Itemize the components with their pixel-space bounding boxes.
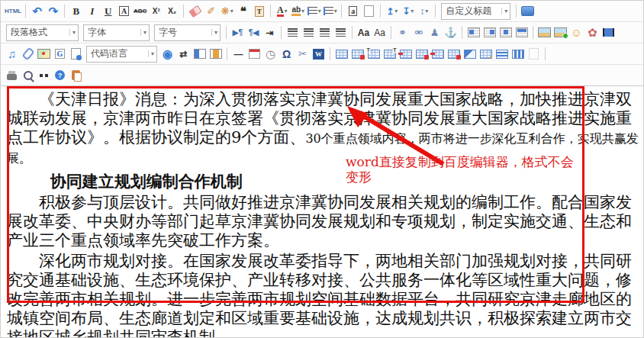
image-block-icon[interactable]	[514, 24, 530, 41]
time-icon[interactable]: ◷	[262, 46, 279, 63]
toolbar-separator	[352, 26, 353, 39]
image-center-icon[interactable]	[497, 24, 514, 41]
delete-table-icon[interactable]	[349, 46, 365, 63]
insert-row-icon[interactable]	[398, 46, 414, 63]
align-center-button	[304, 28, 314, 37]
person-icon[interactable]: ♟	[427, 24, 443, 41]
table-title-col-icon[interactable]	[382, 46, 398, 63]
subscript-button[interactable]: X₂	[164, 3, 180, 20]
gmap-icon[interactable]: G	[52, 46, 68, 63]
font-size-select[interactable]: 字号▾	[154, 24, 221, 41]
highlight-color-button[interactable]: ab▾	[290, 3, 306, 20]
image-float-left-icon[interactable]	[465, 24, 481, 41]
insert-table-icon[interactable]	[333, 46, 349, 63]
editor-content[interactable]: 《天津日报》消息：为深入贯彻落实京津冀协同发展重大国家战略，加快推进京津双城联动…	[1, 86, 643, 338]
code-language-select[interactable]: 代码语言▾	[86, 46, 157, 63]
table-title-row-icon[interactable]	[365, 46, 382, 63]
lowercase-a-button[interactable]: a	[345, 3, 361, 20]
split-cells-icon[interactable]	[478, 46, 494, 63]
toolbar-separator	[380, 5, 381, 18]
spacing-top-button[interactable]: ↥▾	[384, 3, 400, 20]
delete-col-icon[interactable]	[446, 46, 462, 63]
custom-title-select[interactable]: 自定义标题▾	[441, 3, 510, 20]
unlink-icon[interactable]: ⚮	[411, 24, 427, 41]
indent-ltr-icon[interactable]: ▶¶	[230, 24, 246, 41]
time-icon: ◷	[266, 48, 275, 60]
format-painter-icon[interactable]: ✐	[203, 3, 219, 20]
insert-col-icon[interactable]	[430, 46, 446, 63]
screenshot-icon[interactable]: ✂	[295, 46, 311, 63]
spacing-bottom-button[interactable]: ↧▾	[400, 3, 416, 20]
help-icon[interactable]: ?	[52, 67, 68, 84]
table-title-row-icon	[368, 50, 380, 59]
underline-button[interactable]: U	[100, 3, 116, 20]
chevron-down-icon: ▾	[301, 8, 304, 14]
align-left-button[interactable]	[285, 24, 301, 41]
ordered-list-button[interactable]: ▾	[306, 3, 322, 20]
uppercase-button: Aa	[358, 28, 369, 37]
uppercase-button[interactable]: Aa	[356, 24, 372, 41]
delete-row-icon[interactable]	[414, 46, 430, 63]
undo-button[interactable]: ↶	[29, 3, 45, 20]
split-cols-icon[interactable]	[510, 46, 526, 63]
map-icon[interactable]	[36, 46, 52, 63]
eraser-icon[interactable]	[187, 3, 203, 20]
paste-icon[interactable]	[68, 67, 84, 84]
auto-typeset-icon[interactable]: ❋▾	[219, 3, 235, 20]
chevron-down-icon: ▾	[140, 29, 149, 36]
page-break-icon[interactable]: ⇄	[175, 46, 192, 63]
multi-image-icon[interactable]	[552, 24, 568, 41]
print-icon[interactable]	[4, 67, 20, 84]
fullscreen-icon[interactable]	[520, 3, 536, 20]
blockquote-icon[interactable]: ❝	[235, 3, 251, 20]
redo-button[interactable]: ↷	[45, 3, 61, 20]
indent-icon[interactable]: ⇥	[262, 24, 278, 41]
iframe-icon[interactable]	[68, 46, 84, 63]
special-char-button[interactable]: Ω	[279, 46, 295, 63]
paste-text-icon[interactable]: T	[251, 3, 267, 20]
align-right-button	[320, 28, 330, 37]
font-family-select[interactable]: 字体▾	[83, 24, 150, 41]
indent-rtl-icon[interactable]: ¶◀	[246, 24, 262, 41]
line-height-button[interactable]: ↕▾	[416, 3, 432, 20]
template-icon[interactable]	[192, 46, 208, 63]
insert-code-icon[interactable]: ◉	[159, 46, 175, 63]
preview-icon[interactable]	[20, 67, 36, 84]
lowercase-button[interactable]: Aa	[372, 24, 388, 41]
align-center-button[interactable]	[301, 24, 317, 41]
video-icon[interactable]	[601, 24, 617, 41]
clear-doc-icon[interactable]	[361, 3, 377, 20]
align-justify-button[interactable]	[333, 24, 349, 41]
font-border-button[interactable]: A	[116, 3, 132, 20]
superscript-button[interactable]: X²	[148, 3, 164, 20]
horizontal-rule-button: —	[234, 50, 243, 59]
palette-icon[interactable]: ✿	[584, 24, 601, 41]
italic-button[interactable]: I	[84, 3, 100, 20]
search-replace-icon[interactable]	[36, 67, 52, 84]
date-icon[interactable]	[246, 46, 262, 63]
html-source-button[interactable]: HTML	[4, 3, 22, 20]
split-rows-icon[interactable]	[494, 46, 510, 63]
music-icon[interactable]: ♫	[4, 46, 20, 63]
person-icon: ♟	[430, 27, 440, 37]
horizontal-rule-button[interactable]: —	[230, 46, 246, 63]
link-icon[interactable]: ⚭	[394, 24, 411, 41]
paragraph-format-select[interactable]: 段落格式▾	[6, 24, 79, 41]
attachment-icon[interactable]	[20, 46, 36, 63]
font-color-button[interactable]: A▾	[274, 3, 290, 20]
font-size-select-label: 字号	[159, 26, 177, 39]
insert-image-icon[interactable]	[536, 24, 552, 41]
disabled-page-icon[interactable]	[526, 46, 542, 63]
preview-icon	[24, 71, 33, 80]
background-icon[interactable]	[208, 46, 224, 63]
merge-cells-icon[interactable]	[462, 46, 478, 63]
anchor-icon[interactable]: ⚓	[443, 24, 459, 41]
strikethrough-button[interactable]: ABC	[132, 3, 148, 20]
image-float-right-icon[interactable]	[481, 24, 497, 41]
align-right-button[interactable]	[317, 24, 333, 41]
spacing-bottom-button: ↧	[402, 7, 410, 16]
emotion-icon[interactable]: ☺	[568, 24, 584, 41]
unordered-list-button[interactable]: ▾	[322, 3, 338, 20]
word-import-icon[interactable]: W	[311, 46, 327, 63]
bold-button[interactable]: B	[68, 3, 84, 20]
